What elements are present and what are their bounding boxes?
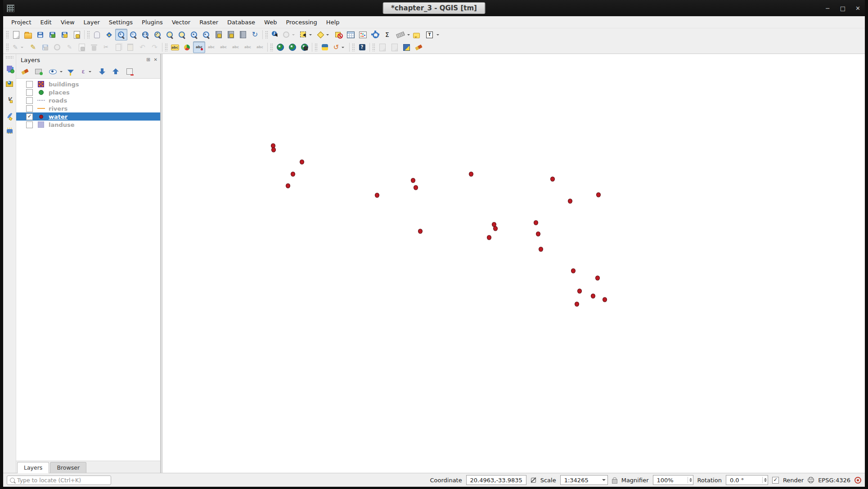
identify-features[interactable]: [269, 29, 281, 40]
layer-row-roads[interactable]: roads: [16, 96, 160, 104]
save-layer-edits[interactable]: [39, 41, 51, 53]
layer-checkbox-places[interactable]: [26, 89, 33, 96]
select-by-value[interactable]: [315, 29, 333, 40]
save-as-template[interactable]: [58, 29, 71, 40]
close-button[interactable]: ✕: [855, 5, 860, 11]
layer-row-places[interactable]: places: [16, 88, 160, 96]
paste-features[interactable]: [124, 41, 136, 53]
add-database-layer[interactable]: [4, 78, 16, 90]
save-project-as[interactable]: [46, 29, 58, 40]
show-bookmarks[interactable]: [225, 29, 237, 40]
cut-features[interactable]: ✂: [100, 41, 112, 53]
add-group[interactable]: [32, 66, 45, 77]
open-attribute-table[interactable]: [345, 29, 357, 40]
move-label[interactable]: abc: [229, 41, 242, 53]
expand-all[interactable]: [96, 66, 108, 77]
plugin-tool-1[interactable]: [376, 41, 388, 53]
current-edits[interactable]: ✎: [10, 41, 27, 53]
new-project[interactable]: [10, 29, 22, 40]
new-spatialite-layer[interactable]: [4, 126, 16, 137]
rotation-spinbox[interactable]: 0.0 °: [726, 475, 768, 485]
zoom-to-layer[interactable]: [176, 29, 188, 40]
remove-layer[interactable]: [123, 66, 135, 77]
layer-checkbox-rivers[interactable]: [26, 105, 33, 112]
spin-up-icon[interactable]: [689, 477, 692, 480]
collapse-all[interactable]: [110, 66, 122, 77]
menu-raster[interactable]: Raster: [195, 17, 223, 27]
coordinate-input[interactable]: 20.4963,-33.9835: [466, 475, 526, 485]
layer-row-water[interactable]: ✓water: [16, 112, 160, 121]
redo[interactable]: ↷: [148, 41, 161, 53]
map-canvas[interactable]: [163, 54, 865, 473]
zoom-out[interactable]: −: [127, 29, 139, 40]
new-geopackage-layer[interactable]: [4, 110, 16, 121]
change-label[interactable]: abc: [254, 41, 266, 53]
close-panel-button[interactable]: ✕: [154, 58, 157, 62]
zoom-last[interactable]: ◂: [188, 29, 200, 40]
panel-tab-layers[interactable]: Layers: [17, 462, 49, 473]
minimize-button[interactable]: −: [825, 5, 830, 11]
crs-status[interactable]: EPSG:4326: [818, 477, 850, 484]
pan-map[interactable]: [91, 29, 103, 40]
zoom-to-selection[interactable]: [164, 29, 176, 40]
spin-down-icon[interactable]: [689, 480, 692, 483]
layer-checkbox-water[interactable]: ✓: [26, 113, 33, 120]
toggle-editing[interactable]: ✎: [27, 41, 39, 53]
field-calculator[interactable]: [357, 29, 369, 40]
menu-layer[interactable]: Layer: [79, 17, 104, 27]
layer-row-rivers[interactable]: rivers: [16, 104, 160, 112]
layer-row-buildings[interactable]: buildings: [16, 80, 160, 88]
open-project[interactable]: [22, 29, 34, 40]
zoom-native[interactable]: 1:1: [139, 29, 152, 40]
plugin-tool-3[interactable]: [400, 41, 413, 53]
menu-vector[interactable]: Vector: [167, 17, 195, 27]
web-service-b[interactable]: [286, 41, 298, 53]
select-features[interactable]: [298, 29, 315, 40]
undo[interactable]: ↶: [136, 41, 148, 53]
plugin-tool-2[interactable]: [388, 41, 400, 53]
filter-by-expression[interactable]: ε: [78, 66, 95, 77]
show-hide-labels[interactable]: abc: [217, 41, 229, 53]
maximize-button[interactable]: □: [840, 5, 846, 11]
render-checkbox[interactable]: ✓: [772, 477, 779, 484]
menu-settings[interactable]: Settings: [104, 17, 137, 27]
menu-project[interactable]: Project: [7, 17, 36, 27]
save-project[interactable]: [34, 29, 46, 40]
new-bookmark[interactable]: [212, 29, 225, 40]
metasearch[interactable]: [298, 41, 310, 53]
pan-to-selection[interactable]: [103, 29, 115, 40]
zoom-next[interactable]: ▸: [200, 29, 212, 40]
zoom-full[interactable]: ⤢: [152, 29, 164, 40]
refresh-map[interactable]: ↻: [249, 29, 261, 40]
digitize-feature[interactable]: [51, 41, 63, 53]
filter-legend[interactable]: [64, 66, 76, 77]
statistical-summary[interactable]: Σ: [381, 29, 393, 40]
open-data-source-manager[interactable]: [4, 63, 16, 74]
float-panel-button[interactable]: ⊞: [146, 58, 150, 62]
deselect-features[interactable]: [333, 29, 345, 40]
spin-down-icon[interactable]: [764, 480, 767, 483]
vertex-tool[interactable]: ✎: [63, 41, 76, 53]
delete-selected[interactable]: [88, 41, 100, 53]
text-annotation[interactable]: T: [423, 29, 440, 40]
open-layer-styling[interactable]: [19, 66, 31, 77]
web-service-a[interactable]: [274, 41, 286, 53]
layer-labeling-options[interactable]: abc: [169, 41, 181, 53]
menu-edit[interactable]: Edit: [36, 17, 56, 27]
menu-plugins[interactable]: Plugins: [137, 17, 167, 27]
crs-globe-icon[interactable]: [808, 477, 814, 483]
extents-toggle-icon[interactable]: [531, 477, 536, 483]
layer-checkbox-roads[interactable]: [26, 97, 33, 104]
layer-checkbox-buildings[interactable]: [26, 81, 33, 88]
menu-help[interactable]: Help: [322, 17, 344, 27]
lock-scale-icon[interactable]: [612, 479, 617, 484]
plugin-tool-4[interactable]: [413, 41, 425, 53]
rotate-label[interactable]: abc: [242, 41, 254, 53]
locator-search-input[interactable]: Type to locate (Ctrl+K): [7, 476, 111, 485]
magnifier-spinbox[interactable]: 100%: [653, 475, 693, 485]
messages-icon[interactable]: [855, 477, 861, 484]
map-tips[interactable]: [410, 29, 423, 40]
modify-attributes[interactable]: [76, 41, 88, 53]
copy-features[interactable]: [112, 41, 124, 53]
highlight-pinned-labels[interactable]: abc: [205, 41, 217, 53]
